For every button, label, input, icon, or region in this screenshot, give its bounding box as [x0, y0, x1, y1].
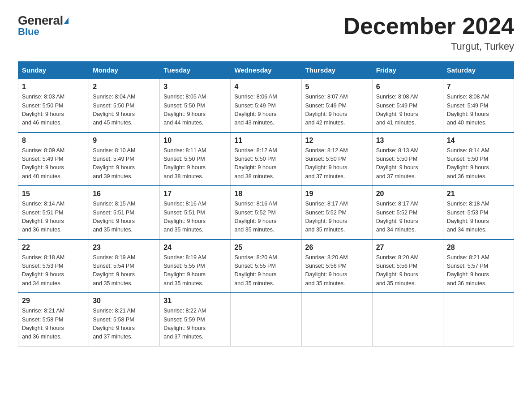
day-info: Sunrise: 8:21 AMSunset: 5:57 PMDaylight:… — [447, 253, 510, 288]
table-row: 12Sunrise: 8:12 AMSunset: 5:50 PMDayligh… — [301, 133, 372, 186]
day-info: Sunrise: 8:20 AMSunset: 5:56 PMDaylight:… — [376, 253, 439, 288]
calendar-row: 1Sunrise: 8:03 AMSunset: 5:50 PMDaylight… — [18, 79, 514, 133]
day-info: Sunrise: 8:13 AMSunset: 5:50 PMDaylight:… — [376, 146, 439, 181]
location: Turgut, Turkey — [343, 41, 514, 52]
table-row: 29Sunrise: 8:21 AMSunset: 5:58 PMDayligh… — [18, 293, 89, 346]
table-row: 23Sunrise: 8:19 AMSunset: 5:54 PMDayligh… — [89, 240, 160, 293]
day-number: 6 — [376, 83, 439, 91]
header-row: Sunday Monday Tuesday Wednesday Thursday… — [18, 62, 514, 79]
day-number: 1 — [22, 83, 85, 91]
day-number: 12 — [305, 137, 369, 145]
day-info: Sunrise: 8:06 AMSunset: 5:49 PMDaylight:… — [234, 93, 297, 128]
day-number: 5 — [305, 83, 369, 91]
table-row — [372, 293, 443, 346]
day-info: Sunrise: 8:17 AMSunset: 5:52 PMDaylight:… — [305, 200, 369, 235]
table-row: 30Sunrise: 8:21 AMSunset: 5:58 PMDayligh… — [89, 293, 160, 346]
day-info: Sunrise: 8:19 AMSunset: 5:54 PMDaylight:… — [93, 253, 156, 288]
day-number: 18 — [234, 190, 297, 198]
day-info: Sunrise: 8:08 AMSunset: 5:49 PMDaylight:… — [447, 93, 510, 128]
day-info: Sunrise: 8:21 AMSunset: 5:58 PMDaylight:… — [93, 307, 156, 342]
day-info: Sunrise: 8:09 AMSunset: 5:49 PMDaylight:… — [22, 146, 85, 181]
header-thursday: Thursday — [301, 62, 372, 79]
day-info: Sunrise: 8:05 AMSunset: 5:50 PMDaylight:… — [163, 93, 227, 128]
table-row: 7Sunrise: 8:08 AMSunset: 5:49 PMDaylight… — [443, 79, 514, 133]
table-row: 15Sunrise: 8:14 AMSunset: 5:51 PMDayligh… — [18, 186, 89, 240]
table-row — [443, 293, 514, 346]
table-row: 16Sunrise: 8:15 AMSunset: 5:51 PMDayligh… — [89, 186, 160, 240]
table-row: 21Sunrise: 8:18 AMSunset: 5:53 PMDayligh… — [443, 186, 514, 240]
calendar-row: 15Sunrise: 8:14 AMSunset: 5:51 PMDayligh… — [18, 186, 514, 240]
table-row: 3Sunrise: 8:05 AMSunset: 5:50 PMDaylight… — [160, 79, 231, 133]
table-row: 8Sunrise: 8:09 AMSunset: 5:49 PMDaylight… — [18, 133, 89, 186]
table-row: 20Sunrise: 8:17 AMSunset: 5:52 PMDayligh… — [372, 186, 443, 240]
day-info: Sunrise: 8:16 AMSunset: 5:51 PMDaylight:… — [163, 200, 227, 235]
day-number: 23 — [93, 244, 156, 252]
table-row: 19Sunrise: 8:17 AMSunset: 5:52 PMDayligh… — [301, 186, 372, 240]
header-monday: Monday — [89, 62, 160, 79]
day-info: Sunrise: 8:08 AMSunset: 5:49 PMDaylight:… — [376, 93, 439, 128]
month-title: December 2024 — [343, 13, 514, 39]
day-number: 2 — [93, 83, 156, 91]
day-info: Sunrise: 8:21 AMSunset: 5:58 PMDaylight:… — [22, 307, 85, 342]
day-number: 29 — [22, 297, 85, 305]
day-info: Sunrise: 8:03 AMSunset: 5:50 PMDaylight:… — [22, 93, 85, 128]
day-number: 10 — [163, 137, 227, 145]
day-number: 7 — [447, 83, 510, 91]
table-row — [301, 293, 372, 346]
day-number: 13 — [376, 137, 439, 145]
day-number: 25 — [234, 244, 297, 252]
page-header: General Blue December 2024 Turgut, Turke… — [18, 13, 514, 52]
table-row: 25Sunrise: 8:20 AMSunset: 5:55 PMDayligh… — [231, 240, 301, 293]
calendar-row: 22Sunrise: 8:18 AMSunset: 5:53 PMDayligh… — [18, 240, 514, 293]
day-number: 4 — [234, 83, 297, 91]
day-info: Sunrise: 8:19 AMSunset: 5:55 PMDaylight:… — [163, 253, 227, 288]
day-number: 17 — [163, 190, 227, 198]
day-info: Sunrise: 8:14 AMSunset: 5:51 PMDaylight:… — [22, 200, 85, 235]
logo-blue-text: Blue — [18, 26, 39, 38]
header-tuesday: Tuesday — [160, 62, 231, 79]
header-friday: Friday — [372, 62, 443, 79]
day-info: Sunrise: 8:20 AMSunset: 5:56 PMDaylight:… — [305, 253, 369, 288]
day-number: 11 — [234, 137, 297, 145]
day-info: Sunrise: 8:22 AMSunset: 5:59 PMDaylight:… — [163, 307, 227, 342]
day-info: Sunrise: 8:18 AMSunset: 5:53 PMDaylight:… — [447, 200, 510, 235]
day-number: 21 — [447, 190, 510, 198]
day-info: Sunrise: 8:17 AMSunset: 5:52 PMDaylight:… — [376, 200, 439, 235]
table-row: 1Sunrise: 8:03 AMSunset: 5:50 PMDaylight… — [18, 79, 89, 133]
table-row — [231, 293, 301, 346]
day-info: Sunrise: 8:20 AMSunset: 5:55 PMDaylight:… — [234, 253, 297, 288]
day-number: 8 — [22, 137, 85, 145]
calendar-header: Sunday Monday Tuesday Wednesday Thursday… — [18, 62, 514, 79]
table-row: 4Sunrise: 8:06 AMSunset: 5:49 PMDaylight… — [231, 79, 301, 133]
table-row: 27Sunrise: 8:20 AMSunset: 5:56 PMDayligh… — [372, 240, 443, 293]
table-row: 10Sunrise: 8:11 AMSunset: 5:50 PMDayligh… — [160, 133, 231, 186]
day-info: Sunrise: 8:12 AMSunset: 5:50 PMDaylight:… — [234, 146, 297, 181]
day-number: 27 — [376, 244, 439, 252]
day-number: 16 — [93, 190, 156, 198]
day-number: 31 — [163, 297, 227, 305]
day-number: 14 — [447, 137, 510, 145]
day-info: Sunrise: 8:07 AMSunset: 5:49 PMDaylight:… — [305, 93, 369, 128]
header-sunday: Sunday — [18, 62, 89, 79]
day-number: 24 — [163, 244, 227, 252]
calendar-table: Sunday Monday Tuesday Wednesday Thursday… — [18, 61, 514, 347]
day-info: Sunrise: 8:10 AMSunset: 5:49 PMDaylight:… — [93, 146, 156, 181]
table-row: 6Sunrise: 8:08 AMSunset: 5:49 PMDaylight… — [372, 79, 443, 133]
table-row: 31Sunrise: 8:22 AMSunset: 5:59 PMDayligh… — [160, 293, 231, 346]
header-saturday: Saturday — [443, 62, 514, 79]
table-row: 14Sunrise: 8:14 AMSunset: 5:50 PMDayligh… — [443, 133, 514, 186]
table-row: 17Sunrise: 8:16 AMSunset: 5:51 PMDayligh… — [160, 186, 231, 240]
table-row: 5Sunrise: 8:07 AMSunset: 5:49 PMDaylight… — [301, 79, 372, 133]
calendar-row: 8Sunrise: 8:09 AMSunset: 5:49 PMDaylight… — [18, 133, 514, 186]
day-info: Sunrise: 8:04 AMSunset: 5:50 PMDaylight:… — [93, 93, 156, 128]
table-row: 26Sunrise: 8:20 AMSunset: 5:56 PMDayligh… — [301, 240, 372, 293]
day-info: Sunrise: 8:18 AMSunset: 5:53 PMDaylight:… — [22, 253, 85, 288]
calendar-body: 1Sunrise: 8:03 AMSunset: 5:50 PMDaylight… — [18, 79, 514, 346]
day-number: 30 — [93, 297, 156, 305]
table-row: 11Sunrise: 8:12 AMSunset: 5:50 PMDayligh… — [231, 133, 301, 186]
day-number: 28 — [447, 244, 510, 252]
logo: General Blue — [18, 13, 69, 38]
table-row: 18Sunrise: 8:16 AMSunset: 5:52 PMDayligh… — [231, 186, 301, 240]
day-info: Sunrise: 8:12 AMSunset: 5:50 PMDaylight:… — [305, 146, 369, 181]
day-number: 3 — [163, 83, 227, 91]
